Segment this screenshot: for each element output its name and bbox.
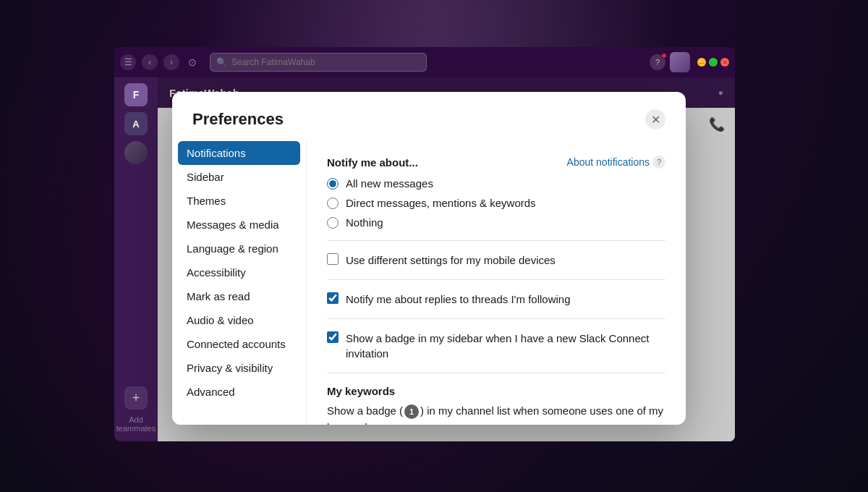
info-icon: ? — [652, 156, 665, 169]
user-avatar-button[interactable] — [670, 52, 690, 72]
checkbox-slack-connect-label: Show a badge in my sidebar when I have a… — [346, 331, 665, 361]
divider-3 — [327, 318, 665, 319]
help-button[interactable]: ? — [650, 54, 665, 70]
nav-item-mark-as-read[interactable]: Mark as read — [178, 284, 300, 308]
radio-option-dm-mentions[interactable]: Direct messages, mentions & keywords — [327, 197, 665, 209]
app-content: F A + Add teammates FatimaWahab ● 📞 — [114, 77, 735, 441]
divider-1 — [327, 240, 665, 241]
nav-item-accessibility[interactable]: Accessibility — [178, 260, 300, 284]
minimize-icon: — — [699, 59, 705, 66]
forward-button[interactable]: › — [163, 54, 179, 70]
modal-header: Preferences ✕ — [172, 92, 686, 141]
title-bar: ☰ ‹ › ⊙ 🔍 ? — [114, 47, 735, 77]
close-icon: ✕ — [651, 113, 660, 127]
title-bar-left: ☰ ‹ › ⊙ — [120, 54, 200, 70]
checkbox-slack-connect[interactable]: Show a badge in my sidebar when I have a… — [327, 328, 665, 364]
close-window-icon: ✕ — [723, 59, 728, 66]
radio-label-dm-mentions: Direct messages, mentions & keywords — [346, 197, 536, 209]
nav-sidebar: Notifications Sidebar Themes Messages & … — [172, 141, 306, 425]
add-workspace-button[interactable]: + — [124, 386, 148, 410]
nav-item-connected-accounts[interactable]: Connected accounts — [178, 332, 300, 356]
left-sidebar: F A + Add teammates — [114, 77, 158, 441]
divider-2 — [327, 279, 665, 280]
maximize-icon: □ — [712, 59, 715, 66]
forward-icon: › — [170, 57, 173, 67]
keywords-desc-before: Show a badge ( — [327, 404, 403, 417]
checkbox-slack-connect-input[interactable] — [327, 331, 339, 343]
nav-item-audio-video[interactable]: Audio & video — [178, 308, 300, 332]
search-bar: 🔍 — [210, 53, 427, 72]
modal-body: Notifications Sidebar Themes Messages & … — [172, 141, 686, 425]
about-notifications-link[interactable]: About notifications ? — [567, 156, 665, 169]
radio-dm-mentions[interactable] — [327, 198, 339, 209]
radio-label-nothing: Nothing — [346, 216, 383, 229]
radio-all-messages[interactable] — [327, 178, 339, 190]
hamburger-icon: ☰ — [124, 57, 132, 67]
user-profile-pic[interactable] — [124, 141, 148, 164]
nav-item-messages-media[interactable]: Messages & media — [178, 213, 300, 237]
help-badge — [661, 53, 667, 59]
divider-4 — [327, 373, 665, 373]
back-icon: ‹ — [148, 57, 151, 67]
minimize-button[interactable]: — — [697, 58, 706, 67]
checkbox-thread-replies-input[interactable] — [327, 292, 339, 304]
nav-item-notifications[interactable]: Notifications — [178, 141, 300, 165]
radio-label-all-messages: All new messages — [346, 177, 433, 190]
radio-option-all-messages[interactable]: All new messages — [327, 177, 665, 190]
checkbox-thread-replies[interactable]: Notify me about replies to threads I'm f… — [327, 289, 665, 310]
keywords-description: Show a badge (1) in my channel list when… — [327, 403, 665, 425]
checkbox-mobile-input[interactable] — [327, 253, 339, 265]
nav-item-advanced[interactable]: Advanced — [178, 380, 300, 404]
nav-item-sidebar[interactable]: Sidebar — [178, 165, 300, 189]
back-button[interactable]: ‹ — [142, 54, 158, 70]
radio-option-nothing[interactable]: Nothing — [327, 216, 665, 229]
close-window-button[interactable]: ✕ — [720, 58, 729, 67]
checkbox-thread-replies-label: Notify me about replies to threads I'm f… — [346, 292, 571, 307]
window-controls: — □ ✕ — [697, 58, 729, 67]
about-notifications-label: About notifications — [567, 156, 650, 168]
radio-nothing[interactable] — [327, 217, 339, 229]
modal-overlay: Preferences ✕ Notifications Sidebar Them… — [158, 77, 735, 441]
workspace-avatar-f[interactable]: F — [124, 83, 148, 106]
history-button[interactable]: ⊙ — [185, 55, 200, 69]
content-panel: Notify me about... About notifications ? — [306, 141, 686, 425]
nav-item-privacy-visibility[interactable]: Privacy & visibility — [178, 356, 300, 380]
preferences-modal: Preferences ✕ Notifications Sidebar Them… — [172, 92, 686, 425]
modal-close-button[interactable]: ✕ — [645, 109, 665, 130]
maximize-button[interactable]: □ — [709, 58, 718, 67]
nav-item-themes[interactable]: Themes — [178, 189, 300, 213]
help-icon: ? — [655, 58, 660, 67]
search-icon: 🔍 — [216, 57, 227, 67]
modal-title: Preferences — [192, 110, 284, 129]
add-teammates-label: Add teammates — [114, 412, 158, 436]
section-title: Notify me about... — [327, 156, 418, 169]
keywords-section: My keywords Show a badge (1) in my chann… — [327, 382, 665, 425]
search-input[interactable] — [231, 57, 420, 67]
sidebar-bottom: + Add teammates — [114, 386, 158, 436]
section-header: Notify me about... About notifications ? — [327, 144, 665, 177]
avatar-image — [670, 52, 690, 72]
nav-item-language-region[interactable]: Language & region — [178, 237, 300, 260]
main-area: FatimaWahab ● 📞 Preferences ✕ — [158, 77, 735, 441]
checkbox-mobile-devices[interactable]: Use different settings for my mobile dev… — [327, 250, 665, 271]
title-bar-right: ? — □ ✕ — [650, 52, 729, 72]
hamburger-menu[interactable]: ☰ — [120, 54, 136, 70]
app-window: ☰ ‹ › ⊙ 🔍 ? — [114, 47, 735, 441]
keywords-badge-count: 1 — [404, 404, 419, 419]
history-icon: ⊙ — [188, 56, 197, 68]
workspace-avatar-a[interactable]: A — [124, 112, 148, 135]
checkbox-mobile-label: Use different settings for my mobile dev… — [346, 253, 556, 268]
radio-group: All new messages Direct messages, mentio… — [327, 177, 665, 232]
keywords-title: My keywords — [327, 385, 665, 397]
